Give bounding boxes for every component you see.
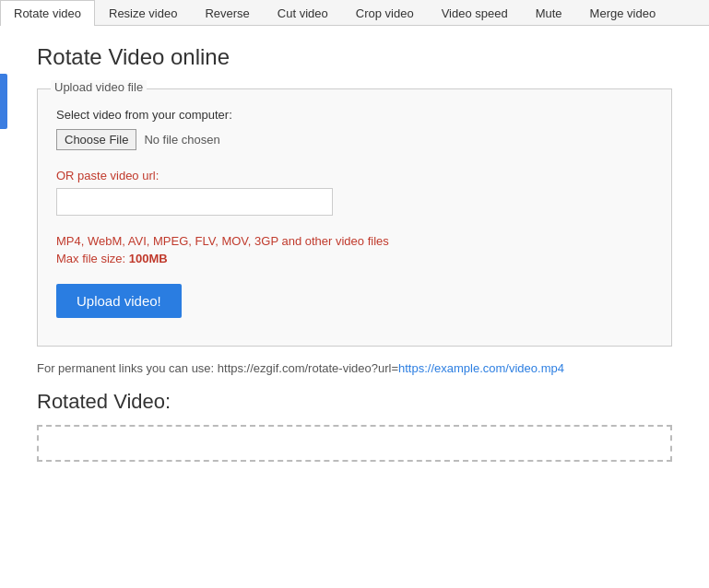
- maxsize-value: 100MB: [129, 252, 168, 265]
- permanent-link-note: For permanent links you can use: https:/…: [37, 361, 672, 375]
- upload-box-legend: Upload video file: [51, 80, 147, 94]
- upload-box: Upload video file Select video from your…: [37, 88, 672, 347]
- maxsize-text: Max file size: 100MB: [56, 252, 653, 265]
- formats-text: MP4, WebM, AVI, MPEG, FLV, MOV, 3GP and …: [56, 234, 653, 248]
- select-label: Select video from your computer:: [56, 108, 653, 122]
- tab-cut-video[interactable]: Cut video: [264, 0, 342, 26]
- page-title: Rotate Video online: [37, 44, 672, 70]
- permanent-link-prefix: For permanent links you can use: https:/…: [37, 361, 398, 375]
- tab-video-speed[interactable]: Video speed: [428, 0, 522, 26]
- permanent-link-example[interactable]: https://example.com/video.mp4: [398, 361, 564, 375]
- tab-bar: Rotate video Resize video Reverse Cut vi…: [0, 0, 709, 26]
- url-input[interactable]: [56, 188, 333, 216]
- choose-file-button[interactable]: Choose File: [56, 129, 136, 150]
- rotated-video-box: [37, 425, 672, 462]
- main-content: Rotate Video online Upload video file Se…: [0, 26, 709, 480]
- rotated-video-title: Rotated Video:: [37, 390, 672, 414]
- file-input-row: Choose File No file chosen: [56, 129, 653, 150]
- upload-button[interactable]: Upload video!: [56, 284, 182, 318]
- tab-reverse[interactable]: Reverse: [191, 0, 263, 26]
- tab-mute[interactable]: Mute: [522, 0, 576, 26]
- tab-merge-video[interactable]: Merge video: [576, 0, 670, 26]
- tab-rotate-video[interactable]: Rotate video: [0, 0, 95, 26]
- no-file-text: No file chosen: [144, 133, 219, 147]
- tab-crop-video[interactable]: Crop video: [342, 0, 428, 26]
- scroll-indicator: [0, 74, 7, 129]
- tab-resize-video[interactable]: Resize video: [95, 0, 191, 26]
- or-paste-label: OR paste video url:: [56, 169, 653, 182]
